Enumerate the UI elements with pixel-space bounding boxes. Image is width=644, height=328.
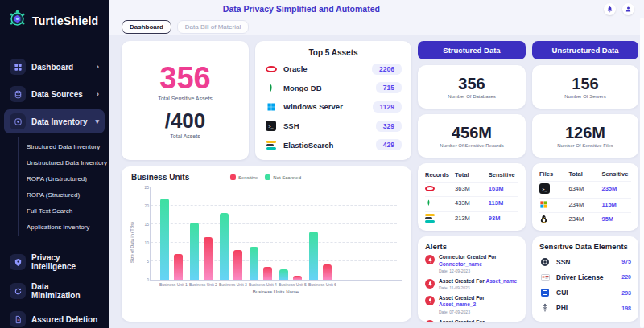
- top-assets-title: Top 5 Assets: [265, 48, 402, 57]
- sidebar-item-label: Privacy Intelligence: [31, 253, 99, 271]
- app-logo: TurtleShield: [0, 0, 109, 37]
- sidebar-subitem-applications-inventory[interactable]: Applications Inventory: [23, 219, 109, 235]
- legend-swatch-not-scanned: [265, 174, 270, 180]
- sidebar-subitem-ropa-unstructured[interactable]: ROPA (Unstructured): [23, 170, 109, 187]
- shield-icon: [10, 254, 26, 270]
- chart-x-tick-label: Business Unit 5: [279, 282, 301, 287]
- chart-groups: [151, 187, 402, 280]
- driver-license-icon: [539, 273, 551, 282]
- sidebar: TurtleShield Dashboard › Data Sources › …: [0, 0, 109, 328]
- chart-bar-group: [220, 187, 242, 280]
- chart-bar-group: [160, 187, 183, 280]
- sidebar-subitem-ropa-structured[interactable]: ROPA (Structured): [23, 187, 109, 203]
- tab-dashboard[interactable]: Dashboard: [122, 20, 171, 34]
- files-row-windows: 234M 115M: [539, 198, 631, 211]
- scrollbar[interactable]: [640, 18, 644, 328]
- sidebar-subitem-structured-data-inventory[interactable]: Structured Data Inventory: [23, 138, 109, 154]
- asset-row-elasticsearch[interactable]: ElasticSearch 429: [265, 135, 402, 154]
- element-row-cui: CUI 293: [539, 285, 631, 301]
- chart-bar-group: [309, 187, 332, 280]
- alert-item: Asset Created For Asset_name_3Date: 01-0…: [425, 319, 518, 322]
- legend-item-sensitive: Sensitive: [230, 174, 258, 180]
- chart-x-tick-label: Business Unit 4: [249, 282, 271, 287]
- records-table-header: Records Total Sensitive: [425, 170, 518, 180]
- sidebar-subitem-full-text-search[interactable]: Full Text Search: [23, 203, 109, 219]
- chart-bar-group: [279, 187, 302, 280]
- unstructured-data-button[interactable]: Unstructured Data: [532, 41, 638, 59]
- alerts-card: Alerts Connector Created For Connector_n…: [418, 236, 526, 322]
- alert-bell-icon: [425, 320, 435, 322]
- alert-bell-icon: [425, 279, 435, 289]
- ssn-icon: [539, 257, 551, 267]
- asset-row-mongodb[interactable]: Mongo DB 715: [265, 79, 402, 98]
- sidebar-item-data-minimization[interactable]: Data Minimization: [4, 278, 105, 304]
- legend-item-not-scanned: Not Scanned: [265, 174, 301, 180]
- sidebar-item-data-sources[interactable]: Data Sources ›: [4, 82, 105, 106]
- sensitive-files-stat-card: 126M Number Of Sensitive Files: [532, 114, 638, 158]
- elasticsearch-icon: [265, 141, 277, 150]
- mongodb-icon: [265, 83, 277, 93]
- sidebar-item-dashboard[interactable]: Dashboard ›: [4, 55, 105, 79]
- alert-bell-icon: [425, 255, 435, 264]
- oracle-icon: [265, 66, 277, 72]
- chart-y-tick-label: 15: [140, 222, 149, 227]
- bar-sensitive: [233, 250, 242, 280]
- page-title: Data Privacy Simplified and Automated: [223, 4, 380, 14]
- chart-y-tick-label: 0: [140, 277, 149, 282]
- sidebar-item-assured-deletion[interactable]: Assured Deletion: [4, 307, 105, 328]
- asset-row-oracle[interactable]: Oracle 2206: [265, 59, 402, 79]
- total-assets-label: Total Assets: [170, 133, 200, 139]
- sidebar-item-privacy-intelligence[interactable]: Privacy Intelligence: [4, 249, 105, 275]
- alert-item: Connector Created For Connector_nameDate…: [425, 254, 518, 275]
- asset-count-badge: 1129: [373, 101, 402, 113]
- alert-target-link[interactable]: Asset_name: [485, 278, 517, 284]
- windows-icon: [265, 102, 277, 112]
- chart-bar-group: [190, 187, 213, 280]
- bar-not-scanned: [250, 247, 258, 280]
- chart-x-axis-title: Business Units Name: [150, 289, 402, 294]
- elasticsearch-icon: [425, 214, 455, 223]
- alert-target-link[interactable]: Asset_name_2: [439, 301, 476, 307]
- files-row-ssh: >_ 634M 235M: [539, 181, 631, 195]
- bar-sensitive: [263, 267, 272, 280]
- tab-data-bill-of-material[interactable]: Data Bill of Material: [177, 20, 249, 34]
- chart-title: Business Units: [131, 173, 189, 182]
- notifications-button[interactable]: [604, 3, 616, 15]
- sidebar-item-data-inventory[interactable]: Data Inventory ▾: [4, 109, 105, 133]
- sensitive-files-count: 126M: [565, 125, 605, 141]
- files-row-linux: 234M 95M: [539, 212, 631, 225]
- main-area: Data Privacy Simplified and Automated Da…: [109, 0, 644, 328]
- tab-bar: Dashboard Data Bill of Material: [109, 18, 644, 35]
- files-table-header: Files Total Sensitive: [539, 169, 631, 179]
- alert-date: Date: 12-09-2023: [439, 269, 470, 273]
- inventory-box-icon: [10, 113, 26, 129]
- records-table-card: Records Total Sensitive 363M 163M 433M 1…: [418, 163, 526, 231]
- bar-not-scanned: [279, 269, 288, 280]
- asset-count-badge: 429: [376, 139, 402, 150]
- turtle-logo-icon: [7, 9, 27, 32]
- sidebar-item-label: Data Minimization: [31, 282, 99, 300]
- chevron-right-icon: ›: [97, 91, 99, 98]
- alerts-title: Alerts: [425, 242, 518, 251]
- asset-count-badge: 329: [376, 121, 402, 132]
- bar-not-scanned: [160, 199, 169, 280]
- asset-row-ssh[interactable]: >_ SSH 329: [265, 117, 402, 136]
- sidebar-subitem-unstructured-data-inventory[interactable]: Unstructured Data Inventory: [23, 154, 109, 170]
- structured-data-button[interactable]: Structured Data: [418, 41, 526, 59]
- records-row-elasticsearch: 213M 93M: [425, 211, 518, 224]
- alert-target-link[interactable]: Connector_name: [439, 261, 482, 267]
- bar-sensitive: [293, 276, 302, 280]
- total-sensitive-assets-label: Total Sensitive Assets: [158, 96, 213, 101]
- asset-row-windows-server[interactable]: Windows Server 1129: [265, 97, 402, 117]
- sidebar-item-label: Assured Deletion: [31, 315, 97, 324]
- user-profile-button[interactable]: [622, 3, 634, 15]
- windows-icon: [539, 200, 568, 209]
- dashboard-grid-icon: [10, 59, 26, 75]
- chart-y-tick-label: 25: [140, 185, 149, 190]
- bar-sensitive: [323, 264, 332, 280]
- data-inventory-submenu: Structured Data Inventory Unstructured D…: [18, 137, 109, 236]
- records-row-oracle: 363M 163M: [425, 182, 518, 194]
- business-units-chart-card: Business Units SensitiveNot Scanned Size…: [122, 166, 411, 322]
- chevron-right-icon: ›: [97, 64, 99, 71]
- chart-plot: 0510152025: [150, 187, 402, 281]
